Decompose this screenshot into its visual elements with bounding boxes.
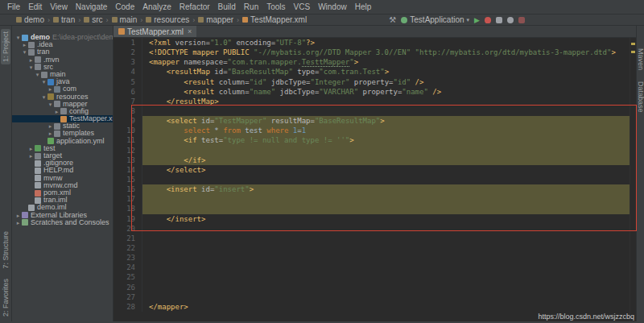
menu-code[interactable]: Code — [111, 0, 138, 14]
menu-build[interactable]: Build — [214, 0, 240, 14]
tree-collapsed-icon[interactable]: ▸ — [22, 41, 27, 48]
menu-run[interactable]: Run — [240, 0, 262, 14]
menu-navigate[interactable]: Navigate — [72, 0, 111, 14]
breadcrumb-demo[interactable]: demo — [14, 15, 46, 24]
breadcrumb-tran[interactable]: tran — [52, 15, 76, 24]
tree-collapsed-icon[interactable]: ▸ — [28, 56, 34, 64]
run-button[interactable]: ▶ — [474, 16, 480, 24]
code-line-26[interactable]: 26 — [114, 283, 636, 292]
code-line-25[interactable]: 25 — [114, 272, 636, 282]
tree-collapsed-icon[interactable]: ▸ — [54, 108, 60, 115]
tree-item-main[interactable]: ▾main — [12, 71, 113, 78]
tree-item-gitignore[interactable]: .gitignore — [12, 159, 113, 167]
tree-item-testmapper-xml[interactable]: TestMapper.xml — [12, 115, 113, 122]
debug-button[interactable] — [485, 17, 491, 23]
tree-item-src[interactable]: ▾src — [12, 64, 113, 71]
code-line-10[interactable]: 10 select * from test where 1=1 — [114, 126, 636, 135]
code-line-21[interactable]: 21 — [114, 234, 636, 243]
tool-tab-maven[interactable]: Maven — [637, 48, 644, 70]
tree-expanded-icon[interactable]: ▾ — [15, 34, 21, 41]
breadcrumb-main[interactable]: main — [110, 15, 139, 24]
tree-item-templates[interactable]: ▸templates — [12, 130, 113, 137]
tree-item-external-libraries[interactable]: ▸External Libraries — [12, 212, 113, 219]
error-stripe[interactable] — [630, 38, 636, 321]
close-icon[interactable]: × — [188, 27, 192, 35]
code-line-19[interactable]: 19 </insert> — [114, 214, 636, 224]
code-line-1[interactable]: 1<?xml version="1.0" encoding="UTF-8"?> — [114, 38, 636, 48]
menu-edit[interactable]: Edit — [24, 0, 46, 14]
tree-item-help-md[interactable]: HELP.md — [12, 167, 113, 174]
breadcrumb-mapper[interactable]: mapper — [196, 15, 235, 24]
code-line-5[interactable]: 5 <result column="id" jdbcType="Integer"… — [114, 77, 636, 87]
code-line-4[interactable]: 4 <resultMap id="BaseResultMap" type="co… — [114, 67, 636, 77]
tree-expanded-icon[interactable]: ▾ — [35, 71, 40, 78]
tree-item-mvnw-cmd[interactable]: mvnw.cmd — [12, 182, 113, 189]
code-line-20[interactable]: 20 — [114, 224, 636, 234]
tool-tab-7-structure[interactable]: 7: Structure — [2, 231, 10, 269]
code-line-23[interactable]: 23 — [114, 253, 636, 263]
tree-item-config[interactable]: ▸config — [12, 108, 113, 115]
tree-collapsed-icon[interactable]: ▸ — [15, 219, 21, 226]
code-line-24[interactable]: 24 — [114, 263, 636, 272]
stop-button[interactable] — [518, 17, 525, 23]
tree-expanded-icon[interactable]: ▾ — [28, 64, 34, 71]
tree-expanded-icon[interactable]: ▾ — [41, 78, 47, 85]
tree-item-scratches-and-consoles[interactable]: ▸Scratches and Consoles — [12, 219, 113, 226]
profiler-button[interactable] — [507, 17, 514, 23]
breadcrumb-testmapper-xml[interactable]: TestMapper.xml — [241, 15, 308, 24]
code-line-12[interactable]: 12 — [114, 146, 636, 155]
tree-collapsed-icon[interactable]: ▸ — [15, 212, 21, 219]
tree-item-application-yml[interactable]: application.yml — [12, 138, 113, 145]
editor-tab-testmapper-xml[interactable]: TestMapper.xml × — [114, 26, 196, 37]
code-line-27[interactable]: 27 — [114, 292, 636, 302]
code-line-13[interactable]: 13 </if> — [114, 155, 636, 165]
tree-item-static[interactable]: ▸static — [12, 122, 113, 130]
tree-item-mapper[interactable]: ▾mapper — [12, 101, 113, 108]
tree-item-tran-iml[interactable]: tran.iml — [12, 197, 113, 204]
tree-item-target[interactable]: ▸target — [12, 152, 113, 159]
tree-collapsed-icon[interactable]: ▸ — [47, 85, 53, 93]
code-line-15[interactable]: 15 — [114, 175, 636, 184]
code-line-9[interactable]: 9 <select id="TestMapper" resultMap="Bas… — [114, 116, 636, 126]
tree-expanded-icon[interactable]: ▾ — [47, 101, 53, 108]
tree-item-mvnw[interactable]: mvnw — [12, 175, 113, 182]
tree-item-idea[interactable]: ▸.idea — [12, 41, 113, 48]
code-line-2[interactable]: 2<!DOCTYPE mapper PUBLIC "-//mybatis.org… — [114, 48, 636, 57]
code-line-17[interactable]: 17 — [114, 194, 636, 204]
coverage-button[interactable] — [496, 17, 502, 23]
menu-analyze[interactable]: Analyze — [138, 0, 175, 14]
breadcrumb-resources[interactable]: resources — [144, 15, 191, 24]
code-line-7[interactable]: 7 </resultMap> — [114, 97, 636, 106]
menu-file[interactable]: File — [3, 0, 24, 14]
build-hammer-icon[interactable]: ⚒ — [389, 15, 396, 24]
tree-expanded-icon[interactable]: ▾ — [22, 48, 27, 56]
tree-item-demo[interactable]: ▾demoE:\idea-project\demo — [12, 34, 113, 41]
code-area[interactable]: 1<?xml version="1.0" encoding="UTF-8"?>2… — [114, 38, 636, 321]
tree-item-mvn[interactable]: ▸.mvn — [12, 56, 113, 64]
warning-mark[interactable] — [631, 43, 635, 45]
code-line-8[interactable]: 8 — [114, 106, 636, 116]
warning-mark[interactable] — [631, 51, 635, 53]
run-config-selector[interactable]: TestApplication ▾ — [401, 15, 469, 24]
menu-vcs[interactable]: VCS — [290, 0, 315, 14]
code-line-11[interactable]: 11 <if test="type != null and type != ''… — [114, 135, 636, 145]
tree-item-pom-xml[interactable]: pom.xml — [12, 189, 113, 197]
tree-item-com[interactable]: ▸com — [12, 85, 113, 93]
tree-item-resources[interactable]: ▾resources — [12, 93, 113, 101]
menu-refactor[interactable]: Refactor — [175, 0, 214, 14]
menu-view[interactable]: View — [46, 0, 72, 14]
code-line-22[interactable]: 22 — [114, 243, 636, 253]
tree-item-java[interactable]: ▾java — [12, 78, 113, 85]
code-line-16[interactable]: 16 <insert id="insert"> — [114, 184, 636, 194]
tree-collapsed-icon[interactable]: ▸ — [28, 152, 34, 159]
tree-collapsed-icon[interactable]: ▸ — [28, 145, 34, 152]
code-line-28[interactable]: 28</mapper> — [114, 302, 636, 312]
tool-tab-1-project[interactable]: 1: Project — [1, 29, 10, 64]
code-line-14[interactable]: 14 </select> — [114, 165, 636, 175]
code-line-18[interactable]: 18 — [114, 204, 636, 213]
tree-collapsed-icon[interactable]: ▸ — [47, 122, 53, 130]
tool-tab-2-favorites[interactable]: 2: Favorites — [2, 279, 10, 317]
menu-window[interactable]: Window — [314, 0, 351, 14]
tree-item-test[interactable]: ▸test — [12, 145, 113, 152]
code-line-6[interactable]: 6 <result column="name" jdbcType="VARCHA… — [114, 87, 636, 97]
